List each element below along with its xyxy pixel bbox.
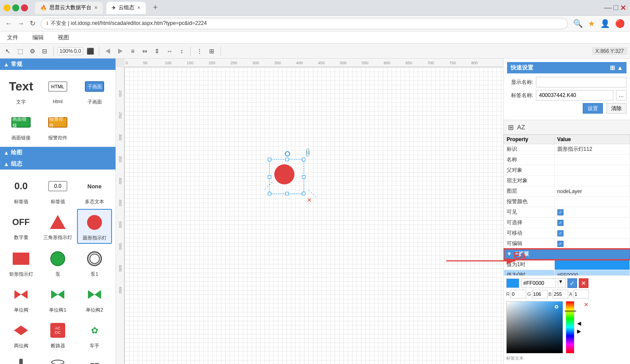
window-minimize-btn[interactable]: [4, 4, 10, 11]
browser-maximize-btn[interactable]: □: [613, 3, 618, 13]
grid-btn[interactable]: ⋮: [194, 46, 205, 56]
extension-icon[interactable]: 🔴: [615, 19, 625, 28]
browser-minimize-btn[interactable]: —: [604, 3, 612, 13]
sidebar-item-carhand[interactable]: ✿ 车手: [77, 317, 112, 351]
settings-btn[interactable]: ⚙: [27, 46, 38, 56]
refresh-btn[interactable]: ↻: [30, 19, 35, 28]
sidebar-item-rect[interactable]: 矩形指示灯: [4, 246, 38, 280]
sidebar-item-text[interactable]: Text 文字: [4, 73, 38, 107]
tab-dataplatform[interactable]: 🔥 思普云大数据平台 ✕: [35, 2, 103, 14]
widget-red-circle[interactable]: [274, 164, 294, 184]
aspect-btn[interactable]: ⊟: [39, 46, 50, 56]
section-header-state[interactable]: ▲ 组态: [0, 158, 116, 170]
bookmark-star-icon[interactable]: ★: [588, 19, 595, 28]
qs-resize-icon[interactable]: ⊞: [610, 64, 615, 71]
sidebar-item-screenlink[interactable]: 画面链接 画面链接: [4, 109, 38, 143]
sidebar-item-pump[interactable]: 泵: [40, 246, 75, 280]
handle-tr[interactable]: [302, 158, 305, 161]
qs-tag-name-input[interactable]: [536, 90, 613, 101]
gradient-cursor[interactable]: [555, 305, 558, 309]
sidebar-item-knife[interactable]: 刀闸: [4, 353, 38, 364]
user-icon[interactable]: 👤: [600, 19, 610, 28]
snap-btn[interactable]: ⊞: [206, 46, 217, 56]
prop-val-val0[interactable]: #FF0000: [554, 270, 630, 276]
search-icon[interactable]: 🔍: [573, 19, 583, 28]
same-height-btn[interactable]: ↕: [176, 46, 187, 56]
widget-delete-btn[interactable]: ✕: [307, 197, 312, 204]
prop-val-val1[interactable]: [554, 260, 630, 270]
color-confirm-btn[interactable]: ✓: [567, 278, 577, 288]
handle-br[interactable]: [302, 192, 305, 195]
canvas-grid[interactable]: 📎 ✕: [125, 67, 503, 364]
url-bar[interactable]: ℹ 不安全 | iot.idosp.net/html/scada/editor.…: [41, 18, 568, 29]
sidebar-item-breaker[interactable]: ACDC 断路器: [40, 317, 75, 351]
select-rect-btn[interactable]: ⬚: [15, 46, 25, 56]
canvas-widget-circle[interactable]: 📎 ✕: [265, 155, 308, 198]
sidebar-item-circle[interactable]: 圆形指示灯: [77, 209, 112, 244]
sidebar-item-digital[interactable]: OFF 数字量: [4, 209, 38, 244]
window-maximize-btn[interactable]: [12, 4, 19, 11]
sidebar-item-multistate[interactable]: None 多态文本: [77, 173, 112, 207]
sidebar-item-valve[interactable]: 单位阀: [4, 281, 38, 315]
rotate-handle[interactable]: [285, 151, 290, 156]
sidebar-item-valve1[interactable]: 单位阀1: [40, 281, 75, 315]
props-az-btn[interactable]: AZ: [516, 122, 526, 132]
a-input[interactable]: [573, 290, 589, 298]
sidebar-item-pump1[interactable]: 泵1: [77, 246, 112, 280]
slider-right-arrow[interactable]: ▶: [577, 328, 581, 334]
tab-close-dataplatform[interactable]: ✕: [94, 5, 98, 10]
forward-btn[interactable]: →: [18, 20, 24, 28]
sidebar-item-subscreen[interactable]: 子画面 子画面: [77, 73, 112, 107]
sidebar-item-taglabel2[interactable]: 0.0 标签值: [40, 173, 75, 207]
qs-tag-browse-btn[interactable]: …: [616, 90, 626, 101]
menu-edit[interactable]: 编辑: [29, 33, 47, 42]
new-tab-btn[interactable]: +: [149, 2, 161, 14]
handle-bm[interactable]: [285, 192, 289, 195]
r-input[interactable]: [511, 290, 526, 298]
qs-set-btn[interactable]: 设置: [583, 103, 603, 114]
handle-mr[interactable]: [302, 175, 305, 179]
canvas-area[interactable]: 0 50 100 150 200 250 300 350 400 450 500…: [116, 59, 503, 364]
handle-tm[interactable]: [285, 158, 289, 161]
checkbox-editable[interactable]: ✓: [557, 241, 564, 247]
align-left-btn[interactable]: ⫷: [103, 46, 113, 56]
props-sort-btn[interactable]: ⊞: [505, 122, 516, 132]
sidebar-item-html[interactable]: HTML Html: [40, 73, 75, 107]
handle-tl[interactable]: [268, 158, 271, 161]
qs-expand-icon[interactable]: ▲: [617, 64, 623, 71]
same-width-btn[interactable]: ↔: [164, 46, 175, 56]
color-hex-input[interactable]: [521, 278, 556, 288]
sidebar-item-triangle[interactable]: 三角形指示灯: [40, 209, 75, 244]
color-dropdown-btn[interactable]: ▼: [558, 278, 566, 288]
b-input[interactable]: [553, 290, 568, 298]
tab-close-cloudstate[interactable]: ✕: [137, 5, 140, 10]
distribute-v-btn[interactable]: ⇕: [152, 46, 162, 56]
color-gradient-box[interactable]: [506, 301, 563, 354]
sidebar-item-taglabel[interactable]: 0.0 标签值: [4, 173, 38, 207]
section-header-drawing[interactable]: ▲ 绘图: [0, 147, 116, 158]
checkbox-selectable[interactable]: ✓: [557, 220, 564, 226]
select-tool-btn[interactable]: ↖: [3, 46, 13, 56]
zoom-box-btn[interactable]: ⬛: [85, 46, 95, 56]
prop-row-expand-header[interactable]: ▼ E扩展: [504, 249, 630, 260]
menu-file[interactable]: 文件: [4, 33, 22, 42]
g-input[interactable]: [532, 290, 548, 298]
prop-row-val0[interactable]: 值为0时 #FF0000: [504, 270, 630, 276]
qs-clear-btn[interactable]: 清除: [606, 103, 626, 114]
sidebar-item-pt[interactable]: PT PT: [77, 353, 112, 364]
sidebar-item-twopos[interactable]: 两位阀: [4, 317, 38, 351]
section-header-normal[interactable]: ▲ 常规: [0, 59, 116, 70]
align-right-btn[interactable]: ⫸: [115, 46, 126, 56]
hue-slider[interactable]: [566, 301, 574, 354]
sidebar-item-alarm[interactable]: 报警控件 报警控件: [40, 109, 75, 143]
browser-close-btn[interactable]: ✕: [620, 3, 626, 13]
color-cancel-btn[interactable]: ✕: [579, 278, 588, 288]
prop-row-val1[interactable]: 值为1时: [504, 260, 630, 270]
handle-bl[interactable]: [268, 192, 271, 195]
align-center-btn[interactable]: ≡: [127, 46, 138, 56]
qs-display-name-input[interactable]: [536, 77, 626, 87]
sidebar-item-valve2[interactable]: 单位阀2: [77, 281, 112, 315]
color-picker-close-btn[interactable]: ✕: [584, 301, 589, 354]
menu-view[interactable]: 视图: [54, 33, 73, 42]
distribute-h-btn[interactable]: ⇔: [140, 46, 150, 56]
